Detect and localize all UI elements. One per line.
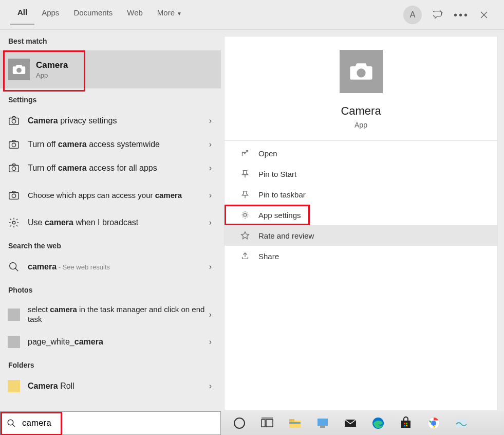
svg-point-10 bbox=[244, 213, 246, 216]
best-match-sub: App bbox=[36, 71, 68, 79]
folder-icon bbox=[8, 380, 20, 392]
svg-rect-16 bbox=[289, 419, 294, 422]
tab-web[interactable]: Web bbox=[120, 5, 150, 24]
action-pin-taskbar[interactable]: Pin to taskbar bbox=[225, 184, 497, 205]
svg-rect-23 bbox=[404, 423, 405, 424]
chevron-right-icon: › bbox=[209, 191, 212, 200]
camera-outline-icon bbox=[7, 115, 21, 126]
share-icon bbox=[239, 251, 251, 261]
svg-point-8 bbox=[12, 221, 15, 224]
taskbar-edge[interactable] bbox=[367, 413, 389, 433]
section-photos: Photos bbox=[0, 279, 221, 299]
svg-point-1 bbox=[12, 119, 15, 123]
preview-panel: Camera App Open Pin to Start Pin to task… bbox=[224, 36, 498, 410]
settings-row[interactable]: Turn off camera access for all apps › bbox=[0, 156, 221, 180]
svg-point-28 bbox=[431, 421, 436, 426]
search-input[interactable] bbox=[22, 418, 186, 428]
settings-row[interactable]: Use camera when I broadcast › bbox=[0, 211, 221, 234]
svg-point-3 bbox=[12, 143, 15, 147]
svg-rect-13 bbox=[262, 420, 265, 427]
search-icon bbox=[7, 419, 16, 428]
search-icon bbox=[7, 261, 21, 273]
taskbar-store[interactable] bbox=[395, 413, 417, 433]
svg-rect-17 bbox=[289, 422, 301, 424]
tab-more[interactable]: More▼ bbox=[150, 5, 189, 24]
svg-rect-26 bbox=[406, 425, 407, 426]
photo-row[interactable]: select camera in the task manager and cl… bbox=[0, 299, 221, 330]
web-result-row[interactable]: camera - See web results › bbox=[0, 255, 221, 279]
svg-rect-0 bbox=[9, 118, 18, 125]
svg-rect-24 bbox=[406, 423, 407, 424]
chevron-right-icon: › bbox=[209, 337, 212, 347]
chevron-right-icon: › bbox=[209, 140, 212, 149]
camera-outline-icon bbox=[7, 162, 21, 174]
pin-icon bbox=[239, 190, 251, 199]
camera-outline-icon bbox=[7, 139, 21, 150]
svg-point-7 bbox=[12, 194, 15, 197]
chevron-down-icon: ▼ bbox=[177, 11, 182, 16]
close-icon[interactable] bbox=[478, 9, 490, 21]
preview-sub: App bbox=[354, 121, 367, 129]
open-icon bbox=[239, 149, 251, 158]
svg-point-12 bbox=[234, 418, 245, 428]
chevron-right-icon: › bbox=[209, 218, 212, 227]
action-share[interactable]: Share bbox=[225, 246, 497, 266]
avatar[interactable]: A bbox=[403, 6, 422, 24]
thumbnail-icon bbox=[8, 336, 20, 348]
settings-row[interactable]: Choose which apps can access your camera… bbox=[0, 180, 221, 211]
bottom-bar bbox=[0, 410, 504, 435]
taskbar-explorer[interactable] bbox=[284, 413, 306, 433]
section-folders: Folders bbox=[0, 354, 221, 374]
preview-title: Camera bbox=[341, 104, 381, 118]
photo-row[interactable]: page_white_camera › bbox=[0, 330, 221, 354]
taskbar-taskview[interactable] bbox=[256, 413, 278, 433]
svg-rect-2 bbox=[9, 142, 18, 149]
taskbar-chrome[interactable] bbox=[422, 413, 445, 433]
svg-point-11 bbox=[8, 420, 13, 425]
chevron-right-icon: › bbox=[209, 116, 212, 125]
svg-rect-19 bbox=[320, 426, 325, 428]
taskbar-app[interactable] bbox=[311, 413, 334, 433]
best-match-row[interactable]: Camera App bbox=[0, 50, 221, 88]
section-best-match: Best match bbox=[0, 30, 221, 50]
gear-icon bbox=[239, 210, 251, 220]
svg-point-5 bbox=[12, 167, 15, 170]
svg-rect-25 bbox=[404, 425, 405, 426]
top-bar: All Apps Documents Web More▼ A ••• bbox=[0, 0, 504, 30]
svg-rect-15 bbox=[289, 421, 301, 428]
taskbar-app[interactable] bbox=[450, 413, 473, 433]
app-tile-icon bbox=[340, 50, 383, 93]
camera-outline-icon bbox=[7, 190, 21, 201]
camera-icon bbox=[8, 59, 30, 80]
results-panel: Best match Camera App Settings Camera pr… bbox=[0, 30, 221, 410]
action-open[interactable]: Open bbox=[225, 143, 497, 164]
svg-point-9 bbox=[10, 263, 16, 269]
tab-all[interactable]: All bbox=[10, 5, 34, 25]
star-icon bbox=[239, 231, 251, 240]
more-icon[interactable]: ••• bbox=[456, 9, 467, 21]
chevron-right-icon: › bbox=[209, 262, 212, 271]
folder-row[interactable]: Camera Roll › bbox=[0, 374, 221, 398]
search-box[interactable] bbox=[0, 411, 221, 435]
svg-rect-4 bbox=[9, 166, 18, 172]
action-app-settings[interactable]: App settings bbox=[225, 205, 310, 225]
taskbar-mail[interactable] bbox=[339, 413, 362, 433]
chevron-right-icon: › bbox=[209, 310, 212, 319]
settings-row[interactable]: Turn off camera access systemwide › bbox=[0, 133, 221, 156]
tab-apps[interactable]: Apps bbox=[34, 5, 66, 24]
taskbar-cortana[interactable] bbox=[228, 413, 251, 433]
section-settings: Settings bbox=[0, 88, 221, 109]
thumbnail-icon bbox=[8, 309, 20, 321]
chevron-right-icon: › bbox=[209, 164, 212, 173]
best-match-title: Camera bbox=[36, 60, 68, 70]
taskbar bbox=[221, 411, 504, 435]
feedback-icon[interactable] bbox=[433, 9, 444, 21]
section-search-web: Search the web bbox=[0, 234, 221, 255]
chevron-right-icon: › bbox=[209, 382, 212, 391]
settings-row[interactable]: Camera privacy settings › bbox=[0, 109, 221, 133]
pin-icon bbox=[239, 169, 251, 178]
action-pin-start[interactable]: Pin to Start bbox=[225, 164, 497, 184]
svg-rect-18 bbox=[318, 419, 328, 426]
tab-documents[interactable]: Documents bbox=[66, 5, 120, 24]
action-rate[interactable]: Rate and review bbox=[225, 225, 497, 246]
